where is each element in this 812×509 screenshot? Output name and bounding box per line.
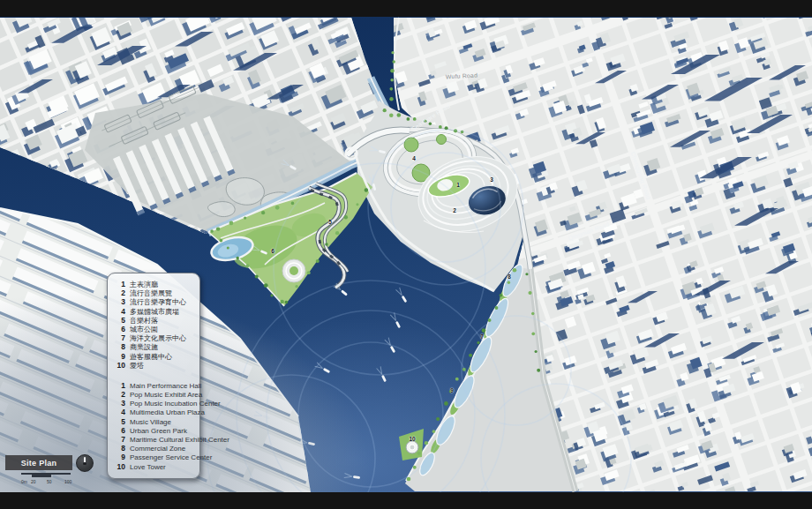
site-number-marker: 6 <box>271 248 274 254</box>
legend-item: 4Multimedia Urban Plaza <box>113 408 196 416</box>
site-number-marker: 10 <box>409 436 415 442</box>
site-number-marker: 2 <box>453 207 456 213</box>
legend-item-number: 8 <box>113 342 125 351</box>
legend-item-number: 7 <box>113 435 125 444</box>
legend-item-number: 4 <box>113 307 125 316</box>
scale-label: 50 <box>47 479 52 484</box>
legend-item-number: 5 <box>113 417 125 426</box>
legend-item: 9Passenger Service Center <box>113 453 196 461</box>
legend-item: 5音樂村落 <box>113 316 196 325</box>
legend-item-label: 流行音樂孕育中心 <box>130 298 186 307</box>
legend-item-label: 城市公園 <box>130 326 158 334</box>
legend-item-number: 2 <box>113 390 125 399</box>
legend-item-number: 6 <box>113 426 125 435</box>
legend-item-label: Music Village <box>130 418 171 427</box>
site-number-marker: 1 <box>456 182 460 188</box>
legend-item-label: 海洋文化展示中心 <box>130 334 186 343</box>
site-plan-label: Site Plan <box>5 455 72 470</box>
legend-item: 2Pop Music Exhibit Area <box>113 390 196 399</box>
site-plan-label-text: Site Plan <box>21 459 57 468</box>
legend-item-number: 7 <box>113 333 125 342</box>
legend-item: 8Commercial Zone <box>113 444 196 453</box>
legend-item-number: 1 <box>113 381 125 390</box>
legend-item: 1Main Performance Hall <box>113 381 196 390</box>
legend-list-chinese: 1主表演廳2流行音樂展覽3流行音樂孕育中心4多媒體城市廣場5音樂村落6城市公園7… <box>113 280 196 370</box>
letterbox-top <box>0 0 812 17</box>
legend-item-number: 8 <box>113 444 125 453</box>
legend-item-label: Commercial Zone <box>130 445 185 453</box>
legend-item-number: 9 <box>113 453 125 461</box>
site-number-marker: 4 <box>412 155 416 161</box>
legend-panel: 1主表演廳2流行音樂展覽3流行音樂孕育中心4多媒體城市廣場5音樂村落6城市公園7… <box>107 273 200 479</box>
legend-item: 5Music Village <box>113 417 196 426</box>
legend-item: 9遊客服務中心 <box>113 352 196 361</box>
legend-list-english: 1Main Performance Hall2Pop Music Exhibit… <box>113 381 196 471</box>
spiral-plaza <box>282 259 305 282</box>
legend-item-number: 10 <box>113 361 125 370</box>
legend-item: 4多媒體城市廣場 <box>113 307 196 316</box>
viewport: Wufu RoadSeashore RoadChenggong RoadQing… <box>0 0 812 509</box>
legend-item: 7Maritime Cultural Exhibit Center <box>113 435 196 444</box>
legend-item: 6城市公園 <box>113 325 196 333</box>
legend-item-number: 10 <box>113 462 125 471</box>
legend-item: 10Love Tower <box>113 462 196 471</box>
legend-item-label: 愛塔 <box>130 362 144 371</box>
scale-label: 20 <box>31 479 36 484</box>
legend-item: 7海洋文化展示中心 <box>113 333 196 342</box>
legend-item-number: 9 <box>113 352 125 361</box>
legend-item-number: 3 <box>113 297 125 306</box>
scale-label: 100 <box>64 479 71 484</box>
legend-item-number: 5 <box>113 316 125 325</box>
legend-item-number: 2 <box>113 288 125 297</box>
legend-item-label: 流行音樂展覽 <box>130 289 172 298</box>
legend-item: 1主表演廳 <box>113 280 196 288</box>
letterbox-bottom <box>0 492 812 509</box>
legend-item-label: Passenger Service Center <box>130 453 212 462</box>
legend-item-number: 4 <box>113 408 125 416</box>
site-number-marker: 5 <box>328 219 332 225</box>
legend-item: 3Pop Music Incubation Center <box>113 399 196 408</box>
legend-item-label: Pop Music Incubation Center <box>130 400 221 408</box>
legend-item-number: 1 <box>113 280 125 288</box>
legend-item-number: 3 <box>113 399 125 408</box>
north-indicator-icon <box>76 454 94 472</box>
legend-item: 2流行音樂展覽 <box>113 288 196 297</box>
site-number-marker: 9 <box>450 387 454 393</box>
legend-item-label: 多媒體城市廣場 <box>130 308 179 317</box>
legend-item-label: Multimedia Urban Plaza <box>130 408 205 417</box>
site-number-marker: 7 <box>480 333 484 340</box>
legend-item-label: Love Tower <box>130 463 166 472</box>
legend-item: 6Urban Green Park <box>113 426 196 435</box>
legend-item-label: 音樂村落 <box>130 317 158 326</box>
legend-item-label: Pop Music Exhibit Area <box>130 391 202 400</box>
legend-item: 8商業設施 <box>113 342 196 351</box>
legend-item-label: 遊客服務中心 <box>130 353 172 362</box>
site-number-marker: 3 <box>490 176 493 183</box>
scale-label: 0m <box>21 479 27 484</box>
legend-item-label: 主表演廳 <box>130 281 158 289</box>
legend-item-label: 商業設施 <box>130 343 158 352</box>
legend-item: 10愛塔 <box>113 361 196 370</box>
legend-item: 3流行音樂孕育中心 <box>113 297 196 306</box>
site-number-marker: 8 <box>508 273 511 280</box>
scale-bar: 0m 20 50 100 <box>21 472 72 484</box>
legend-item-label: Urban Green Park <box>130 427 187 436</box>
legend-item-label: Maritime Cultural Exhibit Center <box>130 436 229 445</box>
legend-item-number: 6 <box>113 325 125 333</box>
legend-item-label: Main Performance Hall <box>130 382 201 391</box>
